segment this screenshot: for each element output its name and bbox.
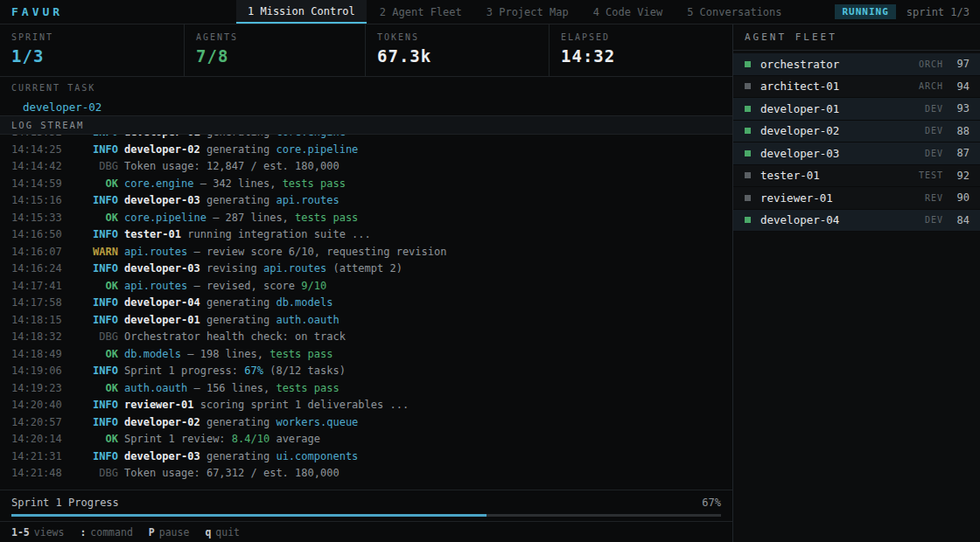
agent-score: 90: [954, 191, 970, 204]
log-segment-txt: generating: [200, 296, 276, 309]
sprint-progress-panel: Sprint 1 Progress 67%: [0, 490, 732, 521]
log-level: INFO: [62, 261, 118, 278]
log-segment-txt: running integration suite ...: [181, 228, 371, 240]
log-line: 14:21:48DBGToken usage: 67,312 / est. 18…: [11, 465, 732, 483]
log-segment-name: developer-03: [124, 450, 200, 462]
tab-project-map[interactable]: 3 Project Map: [475, 0, 580, 24]
log-message: developer-02 generating core.pipeline: [124, 143, 358, 156]
log-line: 14:13:52INFOdeveloper-01 generating core…: [11, 135, 732, 142]
hint-label: views: [34, 526, 65, 539]
stat-sprint: SPRINT1/3: [0, 24, 185, 76]
log-message: developer-03 generating api.routes: [124, 194, 340, 206]
log-line: 14:14:25INFOdeveloper-02 generating core…: [11, 142, 732, 159]
log-segment-good: tests pass: [283, 177, 346, 190]
log-stream[interactable]: 14:13:52INFOdeveloper-01 generating core…: [0, 135, 732, 490]
log-segment-txt: generating: [200, 314, 276, 326]
agent-name: orchestrator: [760, 58, 919, 71]
agent-score: 93: [954, 102, 970, 115]
tab-bar: 1 Mission Control2 Agent Fleet3 Project …: [236, 0, 835, 24]
agent-row-developer-04[interactable]: developer-04DEV84: [733, 210, 980, 233]
log-level: INFO: [62, 312, 118, 330]
stat-tokens: TOKENS67.3k: [366, 24, 550, 76]
log-segment-mod: db.models: [276, 296, 332, 309]
tab-conversations[interactable]: 5 Conversations: [676, 0, 793, 24]
log-segment-txt: — 156 lines,: [187, 382, 276, 394]
log-segment-name: developer-01: [124, 135, 200, 138]
log-segment-txt: Sprint 1 progress:: [124, 365, 244, 377]
log-level: OK: [62, 278, 118, 295]
log-timestamp: 14:15:33: [11, 210, 62, 227]
stat-label: ELAPSED: [561, 32, 732, 42]
log-timestamp: 14:20:40: [11, 397, 62, 414]
log-message: developer-03 revising api.routes (attemp…: [124, 262, 402, 274]
log-timestamp: 14:18:32: [11, 329, 62, 346]
hint-key: 1-5: [11, 526, 30, 539]
main-column: SPRINT1/3AGENTS7/8TOKENS67.3kELAPSED14:3…: [0, 24, 733, 542]
log-stream-title: LOG STREAM: [11, 120, 84, 130]
log-segment-mod: workers.queue: [276, 416, 358, 428]
log-level: INFO: [62, 295, 118, 312]
agent-row-architect-01[interactable]: architect-01ARCH94: [733, 76, 980, 99]
log-message: api.routes — review score 6/10, requesti…: [124, 246, 446, 258]
hint-key: q: [205, 526, 211, 539]
agent-row-developer-03[interactable]: developer-03DEV87: [733, 142, 980, 165]
log-segment-name: developer-03: [124, 194, 200, 206]
log-timestamp: 14:14:42: [11, 158, 62, 176]
log-segment-txt: — revised, score: [187, 280, 301, 292]
log-level: INFO: [62, 397, 118, 414]
log-line: 14:19:06INFOSprint 1 progress: 67% (8/12…: [11, 363, 732, 380]
agent-status-dot: [745, 172, 751, 178]
agent-fleet-title: AGENT FLEET: [733, 24, 980, 51]
agent-name: developer-01: [760, 102, 925, 115]
agent-role: DEV: [925, 215, 943, 225]
log-level: OK: [62, 210, 118, 227]
log-segment-name: reviewer-01: [124, 399, 193, 411]
agent-row-tester-01[interactable]: tester-01TEST92: [733, 165, 980, 188]
log-timestamp: 14:13:52: [11, 135, 62, 142]
log-stream-header: LOG STREAM: [0, 116, 732, 135]
log-segment-txt: (8/12 tasks): [263, 365, 346, 377]
agent-row-developer-01[interactable]: developer-01DEV93: [733, 98, 980, 121]
sprint-indicator: sprint 1/3: [906, 6, 970, 18]
log-segment-mod: api.routes: [276, 194, 339, 206]
agent-score: 97: [954, 58, 970, 70]
log-segment-name: developer-01: [124, 314, 200, 326]
log-level: INFO: [62, 448, 118, 466]
log-segment-txt: generating: [200, 194, 276, 206]
agent-status-dot: [745, 195, 751, 201]
log-segment-good: tests pass: [270, 348, 332, 360]
log-timestamp: 14:20:14: [11, 431, 62, 448]
agent-row-orchestrator[interactable]: orchestratorORCH97: [733, 53, 980, 76]
hint-key: P: [149, 526, 155, 539]
log-message: tester-01 running integration suite ...: [124, 228, 371, 240]
app-window: FAVUR 1 Mission Control2 Agent Fleet3 Pr…: [0, 0, 980, 542]
agent-name: reviewer-01: [760, 191, 925, 205]
tab-code-view[interactable]: 4 Code View: [582, 0, 674, 24]
body: SPRINT1/3AGENTS7/8TOKENS67.3kELAPSED14:3…: [0, 24, 980, 542]
hint-label: command: [90, 526, 132, 539]
log-level: OK: [62, 346, 118, 364]
log-line: 14:17:58INFOdeveloper-04 generating db.m…: [11, 295, 732, 312]
stat-value: 1/3: [11, 46, 184, 66]
tab-mission-control[interactable]: 1 Mission Control: [236, 0, 367, 24]
stat-label: TOKENS: [377, 32, 549, 42]
tab-agent-fleet[interactable]: 2 Agent Fleet: [368, 0, 473, 24]
agent-row-reviewer-01[interactable]: reviewer-01REV90: [733, 187, 980, 210]
log-level: INFO: [62, 192, 118, 210]
log-timestamp: 14:21:31: [11, 448, 62, 466]
log-timestamp: 14:19:23: [11, 380, 62, 398]
log-segment-txt: scoring sprint 1 deliverables ...: [193, 399, 409, 411]
log-line: 14:14:42DBGToken usage: 12,847 / est. 18…: [11, 158, 732, 176]
agent-status-dot: [745, 150, 751, 156]
hint-quit: qquit: [205, 526, 240, 539]
agent-row-developer-02[interactable]: developer-02DEV88: [733, 121, 980, 143]
log-line: 14:21:31INFOdeveloper-03 generating ui.c…: [11, 448, 732, 466]
current-task-panel: CURRENT TASK developer-02 generating wor…: [0, 77, 732, 116]
log-segment-good: 8.4/10: [232, 433, 270, 445]
agent-score: 94: [954, 80, 970, 93]
log-segment-txt: average: [270, 433, 320, 445]
agent-status-dot: [745, 217, 751, 223]
agent-status-dot: [745, 106, 751, 112]
log-segment-txt: Token usage: 67,312 / est. 180,000: [124, 467, 340, 479]
log-level: DBG: [62, 329, 118, 346]
